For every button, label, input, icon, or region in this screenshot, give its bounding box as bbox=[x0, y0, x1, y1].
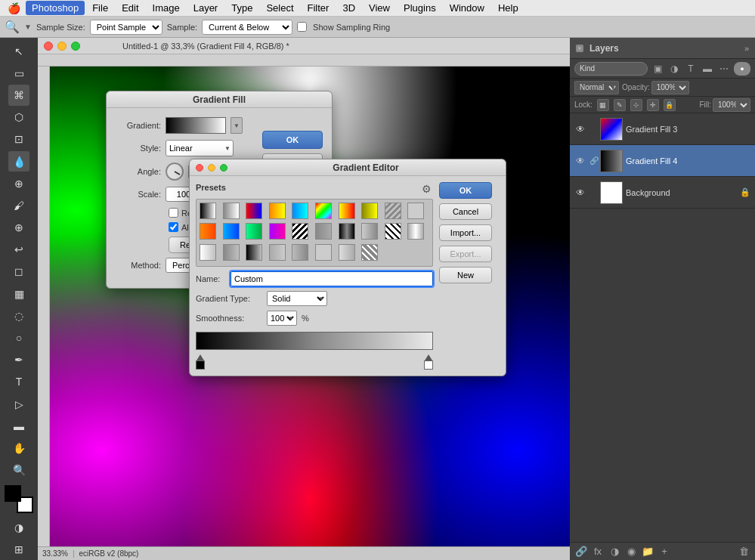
opacity-select[interactable]: 100% bbox=[651, 81, 689, 94]
lock-position-icon[interactable]: ✛ bbox=[647, 99, 659, 111]
preset-22[interactable] bbox=[246, 244, 262, 261]
menu-3d[interactable]: 3D bbox=[336, 1, 361, 15]
gradient-bar[interactable] bbox=[196, 332, 433, 350]
minimize-button[interactable] bbox=[57, 42, 67, 51]
presets-grid[interactable] bbox=[196, 199, 433, 267]
tool-eraser[interactable]: ◻ bbox=[8, 261, 29, 282]
tool-clone[interactable]: ⊕ bbox=[8, 218, 29, 238]
smoothness-select-wrapper[interactable]: 100 bbox=[267, 311, 297, 326]
gradient-dropdown-arrow[interactable]: ▼ bbox=[231, 117, 243, 134]
gradient-preview[interactable] bbox=[166, 117, 226, 134]
layer-mask-icon[interactable]: ◑ bbox=[608, 545, 621, 558]
preset-17[interactable] bbox=[361, 223, 378, 240]
new-layer-icon[interactable]: + bbox=[658, 545, 671, 558]
filter-smart-icon[interactable]: ⋯ bbox=[717, 62, 731, 76]
menu-layer[interactable]: Layer bbox=[187, 1, 224, 15]
menu-plugins[interactable]: Plugins bbox=[398, 1, 442, 15]
gradient-editor-ok-button[interactable]: OK bbox=[439, 182, 492, 199]
reverse-checkbox[interactable] bbox=[169, 208, 178, 218]
ge-maximize-button[interactable] bbox=[220, 164, 227, 172]
preset-0[interactable] bbox=[200, 203, 216, 219]
preset-16[interactable] bbox=[339, 223, 355, 240]
tool-shape[interactable]: ▬ bbox=[8, 416, 29, 436]
tool-screen-mode[interactable]: ⊞ bbox=[8, 540, 29, 560]
tool-zoom[interactable]: 🔍 bbox=[8, 460, 29, 481]
tool-brush[interactable]: 🖌 bbox=[8, 195, 29, 215]
gradient-type-select[interactable]: Solid bbox=[267, 291, 327, 306]
tool-history[interactable]: ↩ bbox=[8, 240, 29, 260]
preset-19[interactable] bbox=[407, 223, 424, 240]
smoothness-select[interactable]: 100 bbox=[267, 311, 297, 326]
gradient-fill-ok-button[interactable]: OK bbox=[262, 131, 323, 149]
layer-visibility-icon-bg[interactable]: 👁 bbox=[574, 187, 586, 199]
tool-healing[interactable]: ⊕ bbox=[8, 173, 29, 193]
fill-select[interactable]: 100% bbox=[713, 98, 750, 112]
ge-close-button[interactable] bbox=[196, 164, 203, 172]
new-group-icon[interactable]: 📁 bbox=[641, 545, 654, 558]
tool-blur[interactable]: ◌ bbox=[8, 305, 29, 326]
layer-visibility-icon-gf4[interactable]: 👁 bbox=[574, 155, 586, 167]
menu-filter[interactable]: Filter bbox=[302, 1, 336, 15]
sample-size-select[interactable]: Point Sample bbox=[90, 20, 162, 35]
close-button[interactable] bbox=[44, 42, 53, 51]
gradient-editor-cancel-button[interactable]: Cancel bbox=[439, 203, 492, 220]
preset-23[interactable] bbox=[269, 244, 286, 261]
preset-1[interactable] bbox=[223, 203, 240, 219]
sample-value-select[interactable]: Current & Below bbox=[202, 20, 292, 35]
preset-3[interactable] bbox=[269, 203, 286, 219]
foreground-color-swatch[interactable] bbox=[5, 485, 21, 502]
ge-minimize-button[interactable] bbox=[208, 164, 215, 172]
tool-eyedropper[interactable]: 💧 bbox=[8, 151, 29, 172]
gradient-name-input[interactable] bbox=[231, 271, 433, 286]
menu-select[interactable]: Select bbox=[260, 1, 299, 15]
tool-marquee[interactable]: ▭ bbox=[8, 63, 29, 83]
filter-adjustment-icon[interactable]: ◑ bbox=[667, 62, 681, 76]
tool-magic-wand[interactable]: ⬡ bbox=[8, 107, 29, 128]
blend-mode-select[interactable]: Normal bbox=[574, 81, 619, 94]
layer-style-icon[interactable]: fx bbox=[591, 545, 605, 558]
delete-layer-icon[interactable]: 🗑 bbox=[737, 545, 750, 558]
filter-type-icon[interactable]: T bbox=[684, 62, 698, 76]
preset-5[interactable] bbox=[315, 203, 332, 219]
blend-mode-wrapper[interactable]: Normal bbox=[574, 81, 619, 94]
lock-image-icon[interactable]: ✎ bbox=[614, 99, 626, 111]
preset-11[interactable] bbox=[223, 223, 240, 240]
gradient-type-select-wrapper[interactable]: Solid bbox=[267, 291, 327, 306]
preset-4[interactable] bbox=[292, 203, 308, 219]
menu-edit[interactable]: Edit bbox=[116, 1, 144, 15]
preset-7[interactable] bbox=[361, 203, 378, 219]
layer-item-gradient-fill-4[interactable]: 👁 🔗 Gradient Fill 4 bbox=[570, 145, 755, 177]
menu-window[interactable]: Window bbox=[444, 1, 490, 15]
filter-pixel-icon[interactable]: ▣ bbox=[651, 62, 664, 76]
layers-kind-selector[interactable]: Kind bbox=[574, 62, 648, 76]
menu-view[interactable]: View bbox=[363, 1, 396, 15]
gradient-editor-new-button[interactable]: New bbox=[439, 267, 492, 283]
link-layers-icon[interactable]: 🔗 bbox=[574, 545, 588, 558]
menu-photoshop[interactable]: Photoshop bbox=[26, 1, 85, 15]
show-sampling-ring-checkbox[interactable] bbox=[297, 22, 307, 32]
tool-move[interactable]: ↖ bbox=[8, 41, 29, 61]
preset-26[interactable] bbox=[339, 244, 355, 261]
stop-black[interactable] bbox=[196, 354, 205, 370]
align-with-layer-checkbox[interactable] bbox=[169, 222, 178, 232]
preset-20[interactable] bbox=[200, 244, 216, 261]
tool-hand[interactable]: ✋ bbox=[8, 438, 29, 458]
style-select[interactable]: Linear bbox=[166, 140, 234, 156]
apple-logo[interactable]: 🍎 bbox=[6, 0, 21, 17]
menu-file[interactable]: File bbox=[86, 1, 114, 15]
menu-help[interactable]: Help bbox=[492, 1, 524, 15]
new-adjustment-icon[interactable]: ◉ bbox=[624, 545, 638, 558]
preset-2[interactable] bbox=[246, 203, 262, 219]
layer-visibility-icon-gf3[interactable]: 👁 bbox=[574, 123, 586, 135]
preset-14[interactable] bbox=[292, 223, 308, 240]
tool-type[interactable]: T bbox=[8, 372, 29, 392]
maximize-button[interactable] bbox=[71, 42, 80, 51]
tool-gradient[interactable]: ▦ bbox=[8, 283, 29, 304]
preset-8[interactable] bbox=[385, 203, 401, 219]
filter-toggle[interactable]: ● bbox=[734, 62, 750, 76]
preset-6[interactable] bbox=[339, 203, 355, 219]
preset-12[interactable] bbox=[246, 223, 262, 240]
menu-type[interactable]: Type bbox=[225, 1, 258, 15]
preset-13[interactable] bbox=[269, 223, 286, 240]
tool-quick-mask[interactable]: ◑ bbox=[8, 518, 29, 538]
